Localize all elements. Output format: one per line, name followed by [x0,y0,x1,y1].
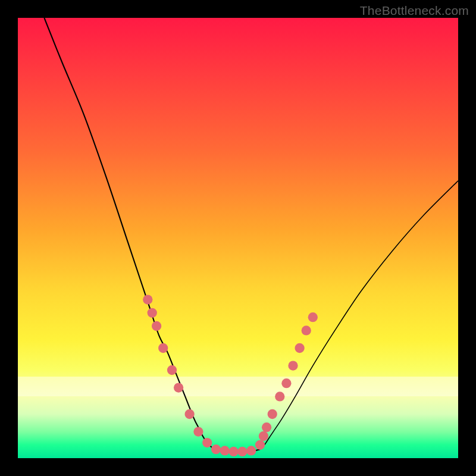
marker-dot [211,444,221,454]
marker-dot [308,312,318,322]
marker-dot [174,383,183,392]
marker-dot [302,325,311,335]
marker-dot [143,295,152,304]
marker-dot [275,392,284,401]
plot-area [18,18,458,458]
marker-dot [255,440,265,450]
chart-frame: TheBottleneck.com [0,0,476,476]
marker-dot [288,361,298,370]
marker-dot [202,438,212,447]
marker-dot [237,447,247,456]
marker-dot [262,422,271,432]
marker-dot [295,343,304,353]
marker-dot [259,431,268,441]
marker-dot [220,446,230,455]
marker-dot [268,409,277,419]
marker-svg [18,18,458,458]
marker-dot [228,447,238,456]
watermark-text: TheBottleneck.com [360,4,469,18]
marker-dot [152,321,161,331]
marker-dot [167,365,177,375]
marker-dot [193,427,203,436]
marker-dot [148,308,157,318]
marker-dot [246,446,256,455]
marker-dot [184,409,194,419]
marker-dot [281,378,291,388]
marker-dot [158,343,168,353]
